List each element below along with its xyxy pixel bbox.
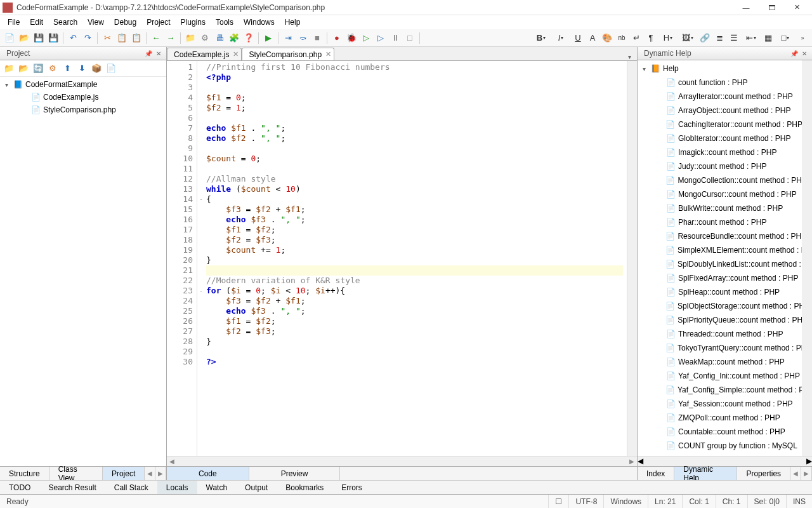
download-icon[interactable]: ⬇ (75, 62, 88, 75)
bottom-tab[interactable]: Code (167, 467, 249, 480)
help-item[interactable]: 📄CachingIterator::count method : PHP (638, 117, 802, 131)
step-into-icon[interactable]: ⇥ (281, 31, 295, 45)
help-item[interactable]: 📄SplFixedArray::count method : PHP (638, 271, 802, 285)
menu-file[interactable]: File (3, 17, 25, 28)
run-icon[interactable]: ▶ (261, 31, 275, 45)
stop-icon[interactable]: ■ (310, 31, 324, 45)
cut-icon[interactable]: ✂ (100, 31, 114, 45)
archive-icon[interactable]: 📦 (90, 62, 103, 75)
plugin-icon[interactable]: 🧩 (227, 31, 241, 45)
menu-view[interactable]: View (82, 17, 109, 28)
scroll-right-icon[interactable]: ▶ (627, 457, 637, 466)
save-all-icon[interactable]: 💾 (46, 31, 60, 45)
step-over-icon[interactable]: ⤼ (296, 31, 310, 45)
help-item[interactable]: 📄SplObjectStorage::count method : PHP (638, 299, 802, 313)
help-item[interactable]: 📄BulkWrite::count method : PHP (638, 201, 802, 215)
save-icon[interactable]: 💾 (32, 31, 46, 45)
tab-nav-right-icon[interactable]: ▶ (801, 467, 812, 480)
font-icon[interactable]: A (586, 31, 599, 45)
new-file-icon[interactable]: 📄 (3, 31, 16, 45)
menu-project[interactable]: Project (141, 17, 175, 28)
help-item[interactable]: 📄ResourceBundle::count method : PHP (638, 229, 802, 243)
next-icon[interactable]: ▷ (374, 31, 388, 45)
help-item[interactable]: 📄SplDoublyLinkedList::count method : PHP (638, 257, 802, 271)
help-item[interactable]: 📄ZMQPoll::count method : PHP (638, 411, 802, 425)
view-tab[interactable]: Call Stack (105, 481, 157, 494)
more-icon[interactable]: » (796, 31, 809, 45)
copy-icon[interactable]: 📋 (115, 31, 129, 45)
vertical-scrollbar[interactable] (627, 61, 637, 456)
help-item[interactable]: 📄MongoCursor::count method : PHP (638, 187, 802, 201)
menu-windows[interactable]: Windows (239, 17, 280, 28)
help-item[interactable]: 📄WeakMap::count method : PHP (638, 355, 802, 369)
status-mode[interactable]: INS (786, 495, 812, 508)
help-item[interactable]: 📄GlobIterator::count method : PHP (638, 131, 802, 145)
menu-tools[interactable]: Tools (211, 17, 239, 28)
back-icon[interactable]: ← (149, 31, 163, 45)
bold-icon[interactable]: B▾ (532, 31, 551, 45)
help-item[interactable]: 📄COUNT group by function : MySQL (638, 439, 802, 453)
table-icon[interactable]: ▦ (761, 31, 775, 45)
vertical-scrollbar[interactable] (802, 60, 812, 456)
close-tab-icon[interactable]: ✕ (325, 50, 331, 58)
collapse-icon[interactable]: ▾ (5, 81, 13, 88)
scroll-left-icon[interactable]: ◀ (167, 457, 177, 466)
view-tab[interactable]: Bookmarks (277, 481, 332, 494)
help-item[interactable]: 📄Judy::count method : PHP (638, 159, 802, 173)
help-root[interactable]: ▾📙Help (638, 62, 802, 76)
color-icon[interactable]: 🎨 (600, 31, 614, 45)
stop2-icon[interactable]: □ (403, 31, 417, 45)
status-checkbox[interactable]: ☐ (548, 495, 568, 508)
scroll-left-icon[interactable]: ◀ (638, 457, 643, 466)
refresh-icon[interactable]: 🔄 (32, 62, 44, 75)
continue-icon[interactable]: ▷ (359, 31, 373, 45)
help-item[interactable]: 📄TokyoTyrantQuery::count method : PHP (638, 341, 802, 355)
help-item[interactable]: 📄MongoCollection::count method : PHP (638, 173, 802, 187)
help-item[interactable]: 📄SplPriorityQueue::count method : PHP (638, 313, 802, 327)
bottom-tab[interactable]: Dynamic Help (674, 467, 737, 480)
list-icon[interactable]: ☰ (727, 31, 741, 45)
pause-icon[interactable]: ⏸ (388, 31, 402, 45)
view-tab[interactable]: Errors (332, 481, 371, 494)
file-icon[interactable]: 📄 (105, 62, 117, 75)
folder-icon[interactable]: 📁 (183, 31, 197, 45)
help-item[interactable]: 📄Threaded::count method : PHP (638, 327, 802, 341)
justify-icon[interactable]: ≣ (712, 31, 726, 45)
forward-icon[interactable]: → (164, 31, 178, 45)
menu-edit[interactable]: Edit (25, 17, 48, 28)
help-item[interactable]: 📄Yaf_Session::count method : PHP (638, 397, 802, 411)
view-tab[interactable]: TODO (0, 481, 39, 494)
underline-icon[interactable]: U (571, 31, 585, 45)
menu-plugins[interactable]: Plugins (176, 17, 211, 28)
new-folder-icon[interactable]: 📁 (3, 62, 15, 75)
paste-icon[interactable]: 📋 (129, 31, 143, 45)
code-editor[interactable]: 1234567891011121314151617181920212223242… (167, 61, 637, 456)
panel-close-icon[interactable]: ✕ (154, 48, 164, 58)
help-item[interactable]: 📄ArrayIterator::count method : PHP (638, 90, 802, 104)
menu-search[interactable]: Search (48, 17, 82, 28)
form-icon[interactable]: □▾ (776, 31, 795, 45)
heading-icon[interactable]: H▾ (658, 31, 678, 45)
pilcrow-icon[interactable]: ¶ (644, 31, 658, 45)
view-tab[interactable]: Output (236, 481, 277, 494)
sync-icon[interactable]: ⚙ (46, 62, 59, 75)
outdent-icon[interactable]: ⇤▾ (742, 31, 761, 45)
breakpoint-icon[interactable]: ● (330, 31, 344, 45)
open-file-icon[interactable]: 📂 (17, 31, 31, 45)
tree-root[interactable]: ▾ 📘 CodeFormatExample (0, 78, 166, 91)
redo-icon[interactable]: ↷ (81, 31, 95, 45)
image-icon[interactable]: 🖼▾ (678, 31, 697, 45)
help-icon[interactable]: ❓ (242, 31, 256, 45)
panel-close-icon[interactable]: ✕ (799, 48, 809, 58)
help-item[interactable]: 📄SplHeap::count method : PHP (638, 285, 802, 299)
menu-help[interactable]: Help (280, 17, 306, 28)
close-tab-icon[interactable]: ✕ (233, 50, 239, 58)
status-eol[interactable]: Windows (603, 495, 648, 508)
view-tab[interactable]: Watch (197, 481, 237, 494)
bottom-tab[interactable]: Preview (249, 467, 341, 480)
link-icon[interactable]: 🔗 (698, 31, 712, 45)
pin-icon[interactable]: 📌 (789, 48, 799, 58)
maximize-button[interactable]: 🗖 (759, 1, 784, 15)
tab-nav-left-icon[interactable]: ◀ (145, 467, 155, 480)
help-item[interactable]: 📄SimpleXMLElement::count method : PHP (638, 243, 802, 257)
